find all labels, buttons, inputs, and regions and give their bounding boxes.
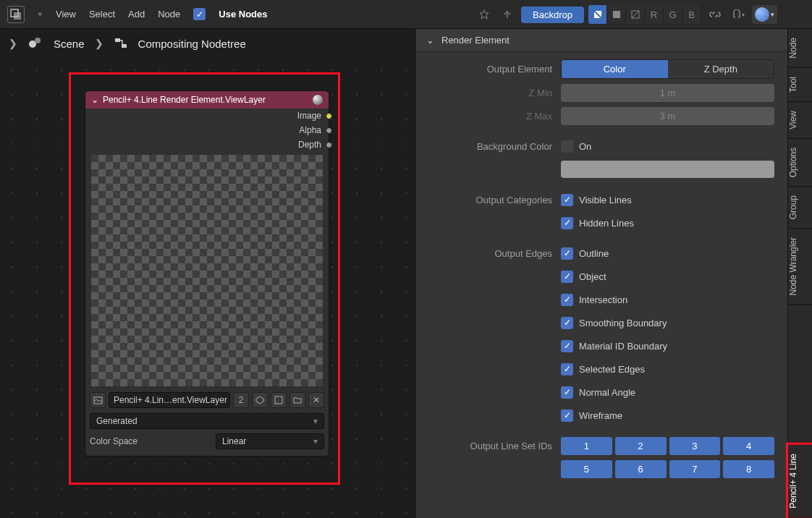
- channel-b[interactable]: B: [682, 5, 701, 24]
- chevron-right-icon: ❯: [9, 38, 17, 49]
- label-output-categories: Output Categories: [423, 195, 561, 205]
- panel-title: Render Element: [441, 35, 509, 46]
- channel-combined-icon[interactable]: [588, 5, 607, 24]
- node-header[interactable]: ⌄ Pencil+ 4.Line Render Element.ViewLaye…: [85, 91, 329, 109]
- breadcrumb-scene[interactable]: Scene: [54, 38, 85, 50]
- label-zmin: Z Min: [423, 88, 561, 98]
- open-image-icon[interactable]: [289, 392, 305, 408]
- menu-select[interactable]: Select: [89, 9, 115, 20]
- chevron-right-icon: ❯: [95, 38, 103, 49]
- bg-on-checkbox[interactable]: ✓: [561, 140, 573, 153]
- source-dropdown[interactable]: Generated▾: [90, 413, 324, 429]
- scene-icon: [28, 35, 43, 51]
- id-8[interactable]: 8: [723, 460, 774, 478]
- snap-icon[interactable]: ▾: [729, 5, 748, 24]
- id-6[interactable]: 6: [615, 460, 667, 478]
- link-icon[interactable]: [706, 5, 724, 24]
- chk-visible-lines[interactable]: ✓: [561, 194, 573, 206]
- output-socket-image[interactable]: Image: [85, 109, 329, 123]
- zmax-field[interactable]: 3 m: [561, 107, 774, 125]
- channel-color-icon[interactable]: [607, 5, 626, 24]
- bg-on-label: On: [579, 141, 591, 152]
- line-set-ids-row2: 5 6 7 8: [561, 460, 774, 478]
- chk-wireframe[interactable]: ✓: [561, 409, 573, 422]
- image-datablock-row: Pencil+ 4.Lin…ent.ViewLayer 2 ✕: [85, 389, 329, 411]
- chk-outline[interactable]: ✓: [561, 247, 573, 260]
- image-name-field[interactable]: Pencil+ 4.Lin…ent.ViewLayer: [109, 392, 230, 408]
- menu-node[interactable]: Node: [158, 9, 180, 20]
- zmin-field[interactable]: 1 m: [561, 84, 774, 102]
- parent-icon[interactable]: [498, 5, 517, 24]
- chk-intersection[interactable]: ✓: [561, 294, 573, 306]
- chk-object[interactable]: ✓: [561, 271, 573, 283]
- id-4[interactable]: 4: [723, 437, 774, 455]
- channel-segmented: R G B: [588, 5, 701, 24]
- tab-node-wrangler[interactable]: Node Wrangler: [788, 229, 812, 305]
- use-nodes-label: Use Nodes: [219, 9, 267, 20]
- channel-r[interactable]: R: [645, 5, 664, 24]
- overlay-globe[interactable]: ▾: [752, 5, 777, 24]
- breadcrumb: ❯ Scene ❯ Compositing Nodetree: [0, 29, 416, 58]
- pin-icon[interactable]: [475, 5, 494, 24]
- colorspace-label: Color Space: [90, 436, 138, 446]
- new-image-icon[interactable]: [271, 392, 287, 408]
- fake-user-icon[interactable]: [252, 392, 268, 408]
- breadcrumb-nodetree[interactable]: Compositing Nodetree: [138, 38, 246, 50]
- toggle-zdepth[interactable]: Z Depth: [668, 60, 774, 78]
- id-2[interactable]: 2: [615, 437, 667, 455]
- channel-alpha-icon[interactable]: [626, 5, 645, 24]
- render-element-node[interactable]: ⌄ Pencil+ 4.Line Render Element.ViewLaye…: [85, 90, 329, 457]
- globe-icon: [755, 7, 769, 22]
- tab-tool[interactable]: Tool: [788, 68, 812, 102]
- side-tab-strip: Node Tool View Options Group Node Wrangl…: [787, 29, 812, 518]
- output-socket-alpha[interactable]: Alpha: [85, 123, 329, 137]
- nodetree-icon: [114, 36, 128, 51]
- use-nodes-checkbox[interactable]: ✓: [193, 8, 206, 20]
- output-element-toggle[interactable]: Color Z Depth: [561, 59, 774, 79]
- label-zmax: Z Max: [423, 111, 561, 122]
- chk-material-id[interactable]: ✓: [561, 340, 573, 352]
- tab-pencil-4-line[interactable]: Pencil+ 4 Line: [788, 445, 812, 518]
- unlink-icon[interactable]: ✕: [308, 392, 324, 408]
- label-output-edges: Output Edges: [423, 248, 561, 259]
- toggle-color[interactable]: Color: [562, 60, 668, 78]
- image-browse-icon[interactable]: [90, 392, 106, 408]
- tab-group[interactable]: Group: [788, 187, 812, 229]
- header-right: Backdrop R G B ▾ ▾: [475, 0, 777, 29]
- node-editor-area[interactable]: ❯ Scene ❯ Compositing Nodetree ⌄ Pencil+…: [0, 29, 416, 518]
- svg-rect-1: [14, 12, 21, 20]
- tab-options[interactable]: Options: [788, 139, 812, 187]
- top-header: ▾ View Select Add Node ✓ Use Nodes Backd…: [0, 0, 812, 29]
- menu-view[interactable]: View: [56, 9, 76, 20]
- svg-rect-7: [115, 38, 120, 42]
- svg-rect-3: [613, 11, 620, 18]
- id-1[interactable]: 1: [561, 437, 612, 455]
- id-3[interactable]: 3: [669, 437, 721, 455]
- chk-hidden-lines[interactable]: ✓: [561, 217, 573, 229]
- chk-selected-edges[interactable]: ✓: [561, 363, 573, 375]
- menu-add[interactable]: Add: [128, 9, 145, 20]
- node-title-label: Pencil+ 4.Line Render Element.ViewLayer: [103, 95, 266, 105]
- svg-rect-10: [275, 396, 282, 404]
- colorspace-dropdown[interactable]: Linear▾: [216, 433, 324, 449]
- panel-header[interactable]: ⌄ Render Element ⠿: [416, 29, 812, 52]
- chk-normal-angle[interactable]: ✓: [561, 386, 573, 399]
- collapse-chevron-icon[interactable]: ⌄: [426, 35, 434, 46]
- node-highlight-box: ⌄ Pencil+ 4.Line Render Element.ViewLaye…: [69, 72, 340, 485]
- image-preview: [91, 155, 323, 386]
- id-7[interactable]: 7: [669, 460, 721, 478]
- backdrop-button[interactable]: Backdrop: [521, 7, 584, 23]
- collapse-chevron-icon[interactable]: ⌄: [91, 95, 98, 105]
- preview-sphere-icon: [313, 95, 323, 105]
- editor-type-icon[interactable]: [7, 6, 25, 23]
- tab-node[interactable]: Node: [788, 29, 812, 68]
- user-count[interactable]: 2: [233, 392, 249, 408]
- svg-point-6: [35, 38, 41, 43]
- id-5[interactable]: 5: [561, 460, 612, 478]
- tab-view[interactable]: View: [788, 102, 812, 139]
- chk-smoothing[interactable]: ✓: [561, 317, 573, 329]
- channel-g[interactable]: G: [664, 5, 682, 24]
- line-set-ids-row1: 1 2 3 4: [561, 437, 774, 455]
- bg-color-swatch[interactable]: [561, 161, 774, 178]
- output-socket-depth[interactable]: Depth: [85, 137, 329, 152]
